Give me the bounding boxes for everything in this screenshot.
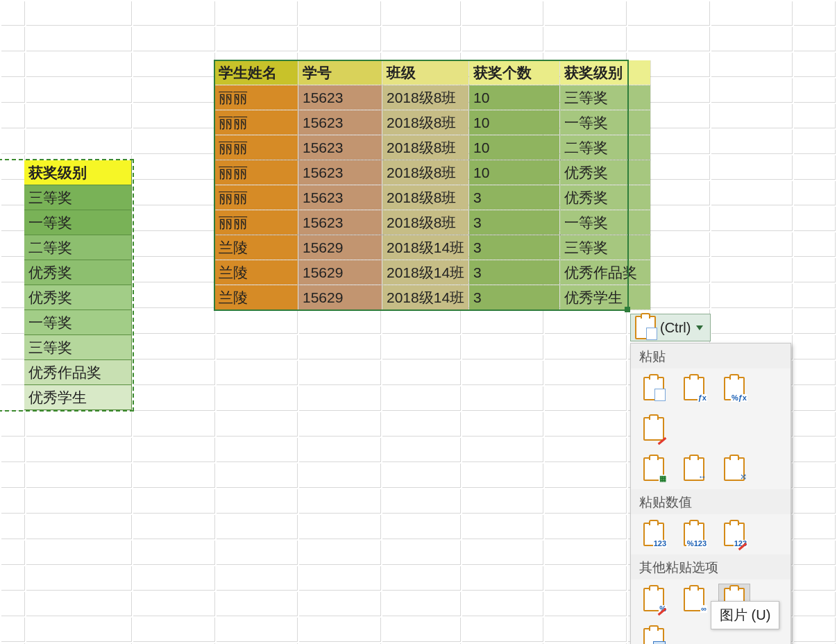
table-row: 兰陵156292018级14班3优秀学生: [214, 285, 651, 310]
cell: 15623: [298, 185, 382, 210]
paste-link[interactable]: ∞: [678, 584, 710, 616]
source-row: 优秀奖: [24, 285, 132, 310]
table-row: 丽丽156232018级8班10一等奖: [214, 110, 651, 135]
cell: 2018级8班: [382, 135, 469, 160]
paste-values-source-format[interactable]: 123: [718, 518, 750, 550]
cell: 3: [469, 235, 560, 260]
cell: 10: [469, 135, 560, 160]
cell: 15623: [298, 160, 382, 185]
source-row: 优秀作品奖: [24, 360, 132, 385]
cell: 3: [469, 185, 560, 210]
table-row: 丽丽156232018级8班3优秀奖: [214, 185, 651, 210]
cell: 3: [469, 210, 560, 235]
cell: 2018级8班: [382, 110, 469, 135]
clipboard-icon: 123: [643, 523, 664, 546]
clipboard-icon: ↔: [684, 457, 704, 481]
cell: 2018级8班: [382, 85, 469, 110]
cell: 丽丽: [214, 135, 298, 160]
clipboard-icon: ∞: [684, 588, 704, 611]
col-header: 学号: [298, 60, 382, 85]
clipboard-icon: %123: [684, 523, 704, 546]
clipboard-icon: ⤭: [724, 457, 745, 481]
cell: 一等奖: [560, 210, 651, 235]
cell: 15629: [298, 260, 382, 285]
clipboard-icon: 123: [724, 523, 745, 546]
table-row: 丽丽156232018级8班10三等奖: [214, 85, 651, 110]
paste-options-button[interactable]: (Ctrl): [630, 314, 711, 341]
cell: 15629: [298, 285, 382, 310]
cell: 3: [469, 260, 560, 285]
cell: 2018级14班: [382, 235, 469, 260]
cell: 10: [469, 85, 560, 110]
cell: 2018级8班: [382, 185, 469, 210]
cell: 2018级14班: [382, 285, 469, 310]
cell: 3: [469, 285, 560, 310]
chevron-down-icon: [696, 325, 703, 330]
paste-linked-picture[interactable]: [638, 624, 670, 644]
source-row: 二等奖: [24, 235, 132, 260]
cell: 丽丽: [214, 110, 298, 135]
table-row: 兰陵156292018级14班3三等奖: [214, 235, 651, 260]
clipboard-icon: [643, 628, 664, 644]
col-header: 获奖个数: [469, 60, 560, 85]
clipboard-icon: ƒx: [684, 377, 704, 400]
cell: 2018级8班: [382, 160, 469, 185]
paste-values[interactable]: 123: [638, 518, 670, 550]
paste-formulas-number-format[interactable]: %ƒx: [718, 373, 750, 405]
clipboard-icon: %: [643, 588, 664, 611]
paste-formulas[interactable]: ƒx: [678, 373, 710, 405]
cell: 二等奖: [560, 135, 651, 160]
clipboard-icon: [635, 316, 656, 339]
cell: 15623: [298, 85, 382, 110]
cell: 15623: [298, 135, 382, 160]
section-values-title: 粘贴数值: [631, 489, 790, 514]
clipboard-icon: %ƒx: [724, 377, 745, 400]
paste-option-tooltip: 图片 (U): [711, 601, 779, 629]
col-header: 学生姓名: [214, 60, 298, 85]
cell: 丽丽: [214, 210, 298, 235]
source-column: 获奖级别 三等奖一等奖二等奖优秀奖优秀奖一等奖三等奖优秀作品奖优秀学生: [24, 160, 132, 410]
table-row: 兰陵156292018级14班3优秀作品奖: [214, 260, 651, 285]
paste-values-number-format[interactable]: %123: [678, 518, 710, 550]
cell: 兰陵: [214, 235, 298, 260]
source-row: 优秀奖: [24, 260, 132, 285]
cell: 一等奖: [560, 110, 651, 135]
paste-options-menu: 粘贴 ƒx%ƒx ▦↔⤭ 粘贴数值 123%123123 其他粘贴选项 %∞: [630, 343, 791, 644]
clipboard-icon: [643, 417, 664, 441]
cell: 15629: [298, 235, 382, 260]
cell: 15623: [298, 210, 382, 235]
cell: 丽丽: [214, 85, 298, 110]
cell: 优秀奖: [560, 160, 651, 185]
cell: 优秀奖: [560, 185, 651, 210]
cell: 2018级8班: [382, 210, 469, 235]
source-row: 一等奖: [24, 210, 132, 235]
paste[interactable]: [638, 373, 670, 405]
section-other-title: 其他粘贴选项: [631, 554, 790, 579]
cell: 丽丽: [214, 160, 298, 185]
source-row: 优秀学生: [24, 385, 132, 410]
source-row: 一等奖: [24, 310, 132, 335]
cell: 优秀作品奖: [560, 260, 651, 285]
clipboard-icon: [643, 377, 664, 400]
table-row: 丽丽156232018级8班10优秀奖: [214, 160, 651, 185]
source-row: 三等奖: [24, 185, 132, 210]
table-row: 丽丽156232018级8班10二等奖: [214, 135, 651, 160]
cell: 2018级14班: [382, 260, 469, 285]
source-row: 三等奖: [24, 335, 132, 360]
cell: 三等奖: [560, 85, 651, 110]
paste-keep-column-width[interactable]: ↔: [678, 453, 710, 485]
ctrl-label: (Ctrl): [660, 320, 691, 336]
table-row: 丽丽156232018级8班3一等奖: [214, 210, 651, 235]
cell: 优秀学生: [560, 285, 651, 310]
cell: 兰陵: [214, 260, 298, 285]
paste-no-borders[interactable]: ▦: [638, 453, 670, 485]
cell: 兰陵: [214, 285, 298, 310]
paste-formatting[interactable]: %: [638, 584, 670, 616]
paste-transpose[interactable]: ⤭: [718, 453, 750, 485]
cell: 10: [469, 110, 560, 135]
cell: 丽丽: [214, 185, 298, 210]
paste-keep-source-formatting[interactable]: [638, 413, 670, 445]
cell: 三等奖: [560, 235, 651, 260]
col-header: 班级: [382, 60, 469, 85]
cell: 15623: [298, 110, 382, 135]
